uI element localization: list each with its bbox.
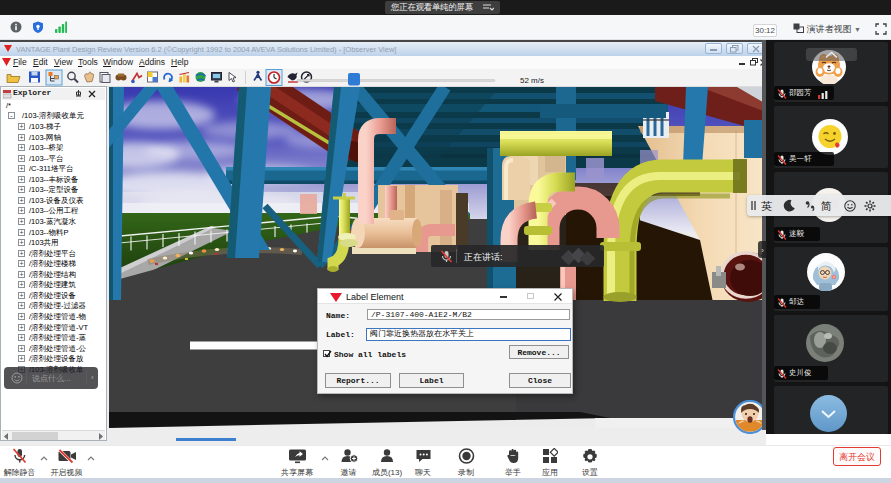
svg-text:52 m/s: 52 m/s: [520, 76, 544, 85]
